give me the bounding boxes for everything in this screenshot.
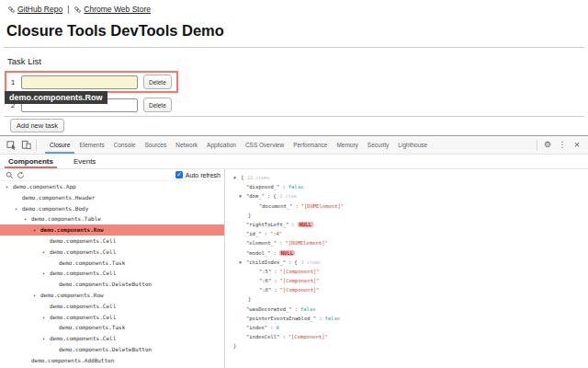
subtab-components[interactable]: Components xyxy=(8,155,53,168)
json-value: "[Component]" xyxy=(280,287,320,293)
json-key: "index" xyxy=(246,325,267,330)
tree-node-cell[interactable]: ▾demo.components.Cell xyxy=(0,247,224,258)
tree-node-row[interactable]: ▾demo.components.Row xyxy=(0,290,224,301)
task-index-1: 1 xyxy=(11,78,21,86)
json-line: ":8":"[Component]" xyxy=(233,285,588,294)
tree-node-table[interactable]: ▾demo.components.Table xyxy=(0,213,224,224)
expand-arrow-icon[interactable]: ▾ xyxy=(24,214,31,225)
close-devtools-icon[interactable]: × xyxy=(570,138,584,153)
colon: : xyxy=(279,240,282,246)
colon: : xyxy=(274,278,277,283)
tree-node-label: demo.components.Cell xyxy=(50,270,116,276)
json-line: "model_":NULL xyxy=(233,248,588,258)
expand-arrow-icon[interactable]: ▾ xyxy=(42,334,50,345)
tree-node-cell[interactable]: demo.components.Cell xyxy=(0,301,224,312)
tree-node-cell[interactable]: ▾demo.components.Cell xyxy=(0,268,224,279)
tab-closure[interactable]: Closure xyxy=(45,136,74,154)
tree-node-body[interactable]: ▾demo.components.Body xyxy=(0,203,224,214)
colon: : xyxy=(270,325,273,330)
json-line: "index":0 xyxy=(233,323,588,332)
github-link-label: GitHub Repo xyxy=(17,5,62,14)
colon: : xyxy=(274,287,277,293)
expand-arrow-icon[interactable]: ▾ xyxy=(42,269,50,280)
task-input-1[interactable] xyxy=(21,75,138,89)
extension-subtabs: Components Events xyxy=(0,155,588,169)
device-toolbar-icon[interactable] xyxy=(18,138,33,153)
json-line: "disposed_":false xyxy=(233,182,588,191)
expand-arrow-icon[interactable]: ▾ xyxy=(42,313,50,324)
component-inspector-pane: ▼{11 items "disposed_":false ▼"dom_":{1 … xyxy=(225,169,588,368)
json-line: "rightToLeft_":NULL xyxy=(233,220,588,229)
tab-css-overview[interactable]: CSS Overview xyxy=(241,136,288,154)
tab-sources[interactable]: Sources xyxy=(140,136,171,154)
expand-arrow-icon[interactable]: ▾ xyxy=(33,291,40,302)
collapse-arrow-icon[interactable]: ▼ xyxy=(239,191,246,201)
delete-task-button-2[interactable]: Delete xyxy=(143,98,172,112)
search-icon[interactable] xyxy=(4,169,15,180)
json-line: "pointerEventsEnabled_":false xyxy=(233,314,588,323)
tab-application[interactable]: Application xyxy=(202,136,241,154)
json-line: ▼"childIndex_":{3 items xyxy=(233,258,588,267)
tree-node-label: demo.components.Cell xyxy=(50,248,116,255)
expand-arrow-icon[interactable]: ▾ xyxy=(33,225,40,236)
tree-node-cell[interactable]: ▾demo.components.Cell xyxy=(0,312,224,323)
tree-node-task[interactable]: demo.components.Task xyxy=(0,258,224,269)
delete-task-button-1[interactable]: Delete xyxy=(143,75,172,89)
json-value: false xyxy=(324,316,340,321)
auto-refresh-label[interactable]: Auto refresh xyxy=(186,172,220,178)
expand-arrow-icon[interactable]: ▾ xyxy=(42,247,50,259)
json-root-line: ▼{11 items xyxy=(233,173,588,182)
tree-node-label: demo.components.Row xyxy=(40,292,104,298)
json-key: "id_" xyxy=(246,231,262,236)
tab-console[interactable]: Console xyxy=(109,136,141,154)
tree-node-delete-button[interactable]: demo.components.DeleteButton xyxy=(0,344,224,355)
colon: : xyxy=(291,222,294,227)
tab-network[interactable]: Network xyxy=(171,136,202,154)
toolbar-divider xyxy=(36,140,37,151)
link-separator: | xyxy=(67,5,69,14)
colon: : xyxy=(274,269,277,274)
expand-arrow-icon[interactable]: ▾ xyxy=(6,182,13,193)
tree-node-task[interactable]: demo.components.Task xyxy=(0,322,224,333)
tab-elements[interactable]: Elements xyxy=(74,136,108,154)
tree-node-label: demo.components.DeleteButton xyxy=(59,281,152,287)
json-line: } xyxy=(233,211,588,220)
add-task-button[interactable]: Add new task xyxy=(10,119,64,132)
tree-node-add-button[interactable]: demo.components.AddButton xyxy=(0,355,224,366)
tab-security[interactable]: Security xyxy=(363,136,393,154)
json-line: ":6":"[Component]" xyxy=(233,276,588,285)
expand-arrow-icon[interactable]: ▾ xyxy=(15,204,22,215)
colon: : xyxy=(288,259,291,265)
tab-memory[interactable]: Memory xyxy=(332,136,362,154)
open-brace: { xyxy=(294,259,297,265)
toolbar-divider xyxy=(537,140,537,151)
colon: : xyxy=(282,184,285,190)
tree-node-label: demo.components.Header xyxy=(22,194,95,201)
collapse-arrow-icon[interactable]: ▼ xyxy=(239,258,246,267)
chrome-web-store-link[interactable]: Chrome Web Store xyxy=(74,5,151,14)
link-icon xyxy=(74,6,82,14)
tree-node-cell[interactable]: ▾demo.components.Cell xyxy=(0,333,224,344)
json-key: ":5" xyxy=(259,269,271,274)
page-title: Closure Tools DevTools Demo xyxy=(6,22,224,40)
item-count: 1 item xyxy=(280,193,297,199)
json-line: } xyxy=(233,294,588,304)
tab-lighthouse[interactable]: Lighthouse xyxy=(393,136,432,154)
tree-node-cell[interactable]: demo.components.Cell xyxy=(0,236,224,247)
settings-gear-icon[interactable]: ⚙ xyxy=(540,138,555,153)
json-line: "id_":":4" xyxy=(233,229,588,238)
kebab-menu-icon[interactable]: ⋮ xyxy=(555,138,570,153)
tab-performance[interactable]: Performance xyxy=(288,136,332,154)
inspect-element-icon[interactable] xyxy=(4,138,18,153)
json-key: "element_" xyxy=(246,240,277,246)
subtab-events[interactable]: Events xyxy=(74,155,96,168)
github-repo-link[interactable]: GitHub Repo xyxy=(7,5,62,14)
tree-node-header[interactable]: demo.components.Header xyxy=(0,192,224,203)
tree-node-delete-button[interactable]: demo.components.DeleteButton xyxy=(0,279,224,290)
tree-node-row-selected[interactable]: ▾demo.components.Row xyxy=(0,224,224,236)
refresh-icon[interactable] xyxy=(15,169,26,180)
auto-refresh-checkbox[interactable]: ✓ xyxy=(175,171,183,178)
tree-node-app[interactable]: ▾demo.components.App xyxy=(0,181,224,192)
json-value: NULL xyxy=(298,222,313,227)
collapse-arrow-icon[interactable]: ▼ xyxy=(233,173,241,182)
